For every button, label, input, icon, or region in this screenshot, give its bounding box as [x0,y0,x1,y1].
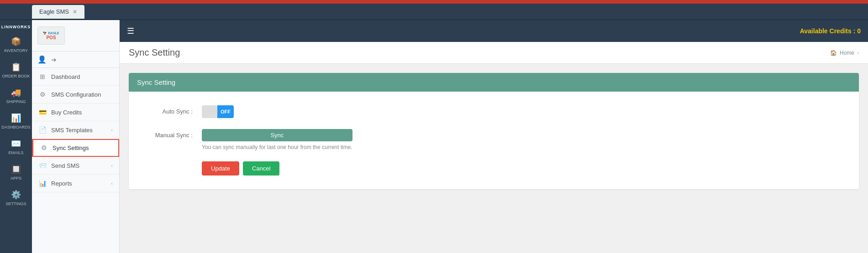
toggle-off-part [202,105,217,118]
sync-hint-text: You can sync manually for last one hour … [202,144,352,150]
plugin-nav-sms-config-label: SMS Configuration [51,91,101,98]
sidebar-item-emails[interactable]: ✉️ EMAILS [0,134,32,160]
available-credits-display: Available Credits : 0 [800,27,861,35]
main-layout: LINNWORKS 📦 INVENTORY 📋 ORDER BOOK 🚚 SHI… [0,20,868,253]
breadcrumb-separator: › [857,50,859,56]
cancel-button[interactable]: Cancel [243,161,279,176]
sync-settings-nav-icon: ⚙ [40,144,48,151]
plugin-nav-dashboard[interactable]: ⊞ Dashboard [32,68,119,86]
sidebar-item-orderbook-label: ORDER BOOK [2,74,30,78]
sms-templates-arrow-icon: ‹ [111,127,113,133]
plugin-nav-sms-templates[interactable]: 📄 SMS Templates ‹ [32,121,119,139]
tab-label: Eagle SMS [39,8,69,15]
sidebar-item-apps-label: APPS [11,176,21,181]
form-actions: Update Cancel [202,161,850,176]
plugin-nav-sync-settings-label: Sync Settings [53,145,89,151]
reports-arrow-icon: ‹ [111,181,113,186]
toggle-off-text: OFF [221,109,231,114]
auto-sync-row: Auto Sync : OFF [138,105,850,118]
sidebar-item-dashboards-label: DASHBOARDS [2,125,31,129]
sync-card-header-label: Sync Setting [137,78,175,86]
apps-icon: 🔲 [11,164,21,174]
plugin-sidebar: 🦅 EAGLE POS 👤 ➜ ⊞ Dashboard ⚙ SMS Config… [32,20,120,253]
toggle-on-part: OFF [217,105,234,118]
plugin-nav-reports[interactable]: 📊 Reports ‹ [32,175,119,192]
send-sms-nav-icon: 📨 [38,162,47,169]
plugin-nav-dashboard-label: Dashboard [51,73,80,80]
sidebar-item-shipping[interactable]: 🚚 SHIPPING [0,83,32,108]
plugin-nav-buy-credits-label: Buy Credits [51,109,82,116]
emails-icon: ✉️ [11,139,21,149]
eagle-sms-tab[interactable]: Eagle SMS ✕ [32,5,84,19]
sidebar-item-shipping-label: SHIPPING [6,99,26,104]
dashboards-icon: 📊 [11,113,21,123]
auto-sync-toggle[interactable]: OFF [202,105,234,118]
shipping-icon: 🚚 [11,88,21,98]
plugin-nav-buy-credits[interactable]: 💳 Buy Credits [32,103,119,121]
home-icon: 🏠 [830,50,837,56]
sidebar-item-dashboards[interactable]: 📊 DASHBOARDS [0,108,32,134]
inventory-icon: 📦 [11,36,21,46]
page-title: Sync Setting [129,47,180,58]
main-content: Sync Setting Auto Sync : OFF [120,64,868,253]
logo-eagle-text: 🦅 EAGLE [43,31,59,35]
plugin-user-bar: 👤 ➜ [32,52,119,68]
sync-setting-card: Sync Setting Auto Sync : OFF [129,73,859,189]
sidebar-item-settings-label: SETTINGS [5,201,26,206]
page-header: Sync Setting 🏠 Home › [120,42,868,64]
sidebar-item-inventory-label: INVENTORY [4,48,28,53]
plugin-logo-area: 🦅 EAGLE POS [32,20,119,52]
logo-pos-text: POS [46,35,56,40]
sms-templates-nav-icon: 📄 [38,126,47,134]
plugin-nav-sms-templates-label: SMS Templates [51,127,93,134]
linnworks-sidebar: LINNWORKS 📦 INVENTORY 📋 ORDER BOOK 🚚 SHI… [0,20,32,253]
manual-sync-control: Sync You can sync manually for last one … [202,129,352,150]
buy-credits-nav-icon: 💳 [38,108,47,116]
tab-close-button[interactable]: ✕ [73,9,77,15]
send-sms-arrow-icon: ‹ [111,163,113,168]
settings-icon: ⚙️ [11,190,21,200]
hamburger-menu-button[interactable]: ☰ [127,26,134,36]
auto-sync-label: Auto Sync : [138,105,193,115]
plugin-nav-reports-label: Reports [51,180,72,187]
sidebar-item-inventory[interactable]: 📦 INVENTORY [0,32,32,57]
sidebar-item-settings[interactable]: ⚙️ SETTINGS [0,185,32,211]
sidebar-item-orderbook[interactable]: 📋 ORDER BOOK [0,57,32,83]
sms-config-nav-icon: ⚙ [38,91,47,98]
content-header: ☰ Available Credits : 0 [120,20,868,42]
content-area: ☰ Available Credits : 0 Sync Setting 🏠 H… [120,20,868,253]
sidebar-item-emails-label: EMAILS [8,150,23,155]
user-arrow-icon: ➜ [51,56,57,63]
tab-bar: Eagle SMS ✕ [0,4,868,20]
update-button[interactable]: Update [202,161,239,176]
dashboard-nav-icon: ⊞ [38,73,47,80]
sidebar-item-apps[interactable]: 🔲 APPS [0,160,32,185]
manual-sync-label: Manual Sync : [138,129,193,139]
linnworks-logo: LINNWORKS [0,22,32,32]
sync-card-header: Sync Setting [129,73,859,92]
sync-card-body: Auto Sync : OFF Manual Sync : [129,92,859,189]
plugin-logo-image: 🦅 EAGLE POS [37,26,65,45]
breadcrumb: 🏠 Home › [830,50,859,56]
orderbook-icon: 📋 [11,62,21,72]
reports-nav-icon: 📊 [38,180,47,187]
plugin-nav-send-sms[interactable]: 📨 Send SMS ‹ [32,157,119,175]
plugin-nav-send-sms-label: Send SMS [51,162,79,169]
top-bar [0,0,868,4]
plugin-nav-sms-configuration[interactable]: ⚙ SMS Configuration [32,86,119,103]
plugin-nav-sync-settings[interactable]: ⚙ Sync Settings [32,139,119,157]
breadcrumb-home: Home [840,50,854,56]
sync-button[interactable]: Sync [202,129,352,141]
auto-sync-control: OFF [202,105,234,118]
user-icon: 👤 [37,55,47,64]
manual-sync-row: Manual Sync : Sync You can sync manually… [138,129,850,150]
